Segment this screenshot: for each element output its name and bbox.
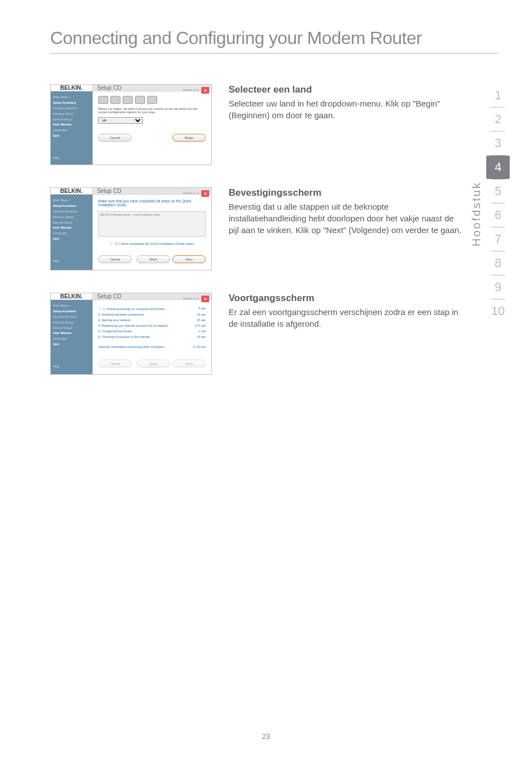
section-3: BELKIN. Setup CD Version 1.1.0 ✕ Main Me… <box>50 293 499 375</box>
section-3-body: Er zal een voortgangsscherm verschijnen … <box>229 306 465 330</box>
side-security-assistant[interactable]: Security Assistant <box>53 106 90 112</box>
side-network-status[interactable]: Network Status <box>53 320 90 326</box>
shot-version: Version 1.1.0 <box>183 88 199 91</box>
nav-9[interactable]: 9 <box>486 275 510 299</box>
close-icon[interactable]: ✕ <box>201 296 209 302</box>
checkbox-label: I have completed all Quick Installation … <box>119 242 195 245</box>
begin-button[interactable]: Begin <box>172 134 206 142</box>
shot-title-text: Setup CD <box>97 85 121 91</box>
device-icon <box>147 96 157 104</box>
shot-window-title: Setup CD Version 1.1.0 ✕ <box>93 293 211 300</box>
device-icon <box>123 96 133 104</box>
nav-8[interactable]: 8 <box>486 251 510 275</box>
side-main-menu[interactable]: Main Menu > <box>53 198 90 204</box>
device-icon <box>135 96 145 104</box>
side-help[interactable]: Help <box>53 156 90 161</box>
shot-version: Version 1.1.0 <box>183 297 199 300</box>
step-label: 5. Configuring the Router <box>98 330 132 333</box>
page-title: Connecting and Configuring your Modem Ro… <box>50 28 499 49</box>
screenshot-2: BELKIN. Setup CD Version 1.1.0 ✕ Main Me… <box>50 187 212 270</box>
step-optional-time: 0–15 min <box>193 345 206 348</box>
page-number: 23 <box>0 732 532 740</box>
step-label: 4. Requesting your internet account info… <box>98 324 168 327</box>
shot-logo: BELKIN. <box>51 293 93 300</box>
side-setup-assistant[interactable]: Setup Assistant <box>53 100 90 106</box>
shot-sidebar: Main Menu > Setup Assistant Security Ass… <box>51 300 93 374</box>
nav-3[interactable]: 3 <box>486 132 510 155</box>
side-language[interactable]: Language <box>53 231 90 236</box>
shot-version: Version 1.1.0 <box>183 191 199 195</box>
guide-preview: BELKIN G Wireless Router – Quick Install… <box>98 211 206 237</box>
side-quit[interactable]: Quit <box>53 133 90 139</box>
side-help[interactable]: Help <box>53 259 90 264</box>
device-icon <box>110 96 120 104</box>
arrow-icon: → <box>98 307 102 311</box>
step-time: 15 sec <box>197 318 206 322</box>
icon-row <box>98 96 206 104</box>
step-time: 1 min <box>199 330 206 333</box>
side-setup-assistant[interactable]: Setup Assistant <box>53 309 90 314</box>
cancel-button: Cancel <box>98 360 132 367</box>
side-language[interactable]: Language <box>53 336 90 342</box>
side-user-manual[interactable]: User Manual <box>53 122 90 128</box>
side-manual-setup[interactable]: Manual Setup <box>53 326 90 331</box>
country-select[interactable]: UK <box>98 117 143 124</box>
side-language[interactable]: Language <box>53 128 90 133</box>
shot-logo: BELKIN. <box>51 188 93 195</box>
side-setup-assistant[interactable]: Setup Assistant <box>53 204 90 209</box>
nav-6[interactable]: 6 <box>486 204 510 227</box>
side-network-status[interactable]: Network Status <box>53 215 90 220</box>
shot-sidebar: Main Menu > Setup Assistant Security Ass… <box>51 195 93 270</box>
shot-title-text: Setup CD <box>97 188 121 194</box>
section-1-body: Selecteer uw land in het dropdown-menu. … <box>229 98 465 121</box>
step-label: 1. Checking settings on computer and Rou… <box>103 307 165 311</box>
back-button[interactable]: Back <box>137 255 170 263</box>
shot-window-title: Setup CD Version 1.1.0 ✕ <box>93 188 211 195</box>
checkbox-row[interactable]: → ☑ I have completed all Quick Installat… <box>98 241 206 245</box>
screenshot-3: BELKIN. Setup CD Version 1.1.0 ✕ Main Me… <box>50 293 212 375</box>
close-icon[interactable]: ✕ <box>201 190 209 197</box>
side-security-assistant[interactable]: Security Assistant <box>53 209 90 215</box>
close-icon[interactable]: ✕ <box>201 87 209 94</box>
step-time: 0–5 min <box>195 324 206 327</box>
screenshot-1: BELKIN. Setup CD Version 1.1.0 ✕ Main Me… <box>50 84 212 165</box>
side-manual-setup[interactable]: Manual Setup <box>53 220 90 226</box>
section-2: BELKIN. Setup CD Version 1.1.0 ✕ Main Me… <box>50 187 499 270</box>
nav-2[interactable]: 2 <box>486 108 510 131</box>
title-underline <box>50 53 499 54</box>
side-main-menu[interactable]: Main Menu > <box>53 95 90 100</box>
shot-title-text: Setup CD <box>97 293 121 299</box>
side-quit[interactable]: Quit <box>53 342 90 347</box>
section-2-heading: Bevestigingsscherm <box>229 187 465 199</box>
cancel-button[interactable]: Cancel <box>98 255 132 263</box>
confirm-msg: Make sure that you have completed all st… <box>98 199 206 207</box>
side-quit[interactable]: Quit <box>53 236 90 242</box>
nav-4[interactable]: 4 <box>486 156 510 179</box>
section-2-body: Bevestig dat u alle stappen uit de bekno… <box>229 201 465 236</box>
instruction-text: Before you begin, we need to know your c… <box>98 107 206 114</box>
chapter-nav: 1 2 3 4 5 6 7 8 9 10 <box>486 84 510 323</box>
cancel-button[interactable]: Cancel <box>98 134 132 142</box>
side-user-manual[interactable]: User Manual <box>53 225 90 231</box>
step-time: 10 sec <box>197 335 206 338</box>
next-button: Next <box>172 360 206 367</box>
nav-5[interactable]: 5 <box>486 180 510 203</box>
side-network-status[interactable]: Network Status <box>53 112 90 117</box>
side-manual-setup[interactable]: Manual Setup <box>53 117 90 123</box>
side-help[interactable]: Help <box>53 364 90 370</box>
side-user-manual[interactable]: User Manual <box>53 331 90 336</box>
nav-10[interactable]: 10 <box>486 299 510 323</box>
next-button[interactable]: Next <box>172 255 206 263</box>
section-3-heading: Voortgangsscherm <box>229 293 465 304</box>
side-main-menu[interactable]: Main Menu > <box>53 303 90 309</box>
step-label: 2. Verifying hardware connections <box>98 313 144 316</box>
arrow-icon: → <box>109 241 113 245</box>
side-security-assistant[interactable]: Security Assistant <box>53 314 90 320</box>
step-label: 3. Naming your network <box>98 318 130 322</box>
back-button: Back <box>137 360 170 367</box>
shot-window-title: Setup CD Version 1.1.0 ✕ <box>93 85 211 91</box>
nav-1[interactable]: 1 <box>486 84 510 107</box>
nav-7[interactable]: 7 <box>486 227 510 251</box>
shot-logo: BELKIN. <box>51 85 93 91</box>
section-1-heading: Selecteer een land <box>229 84 465 95</box>
